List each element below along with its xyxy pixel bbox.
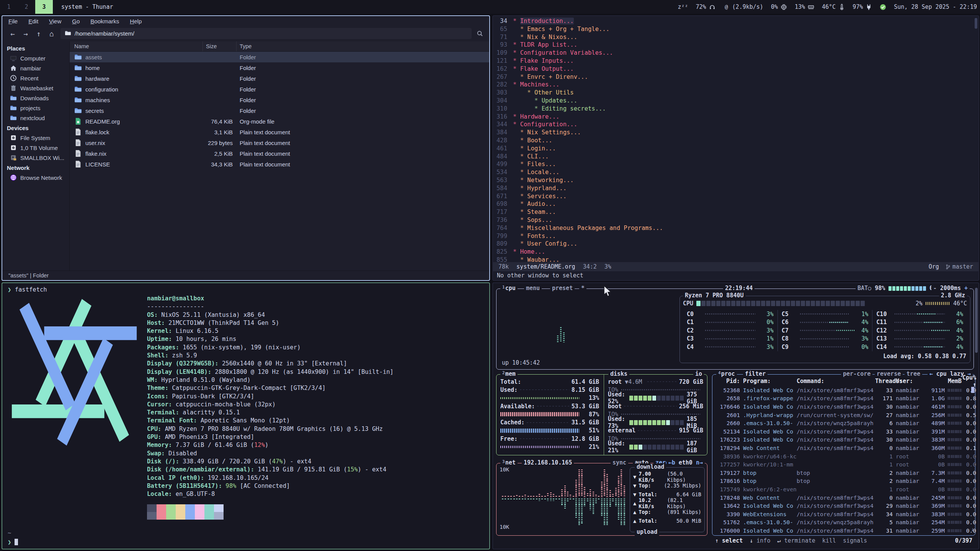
sidebar-item-recent[interactable]: Recent bbox=[2, 73, 69, 83]
home-button[interactable]: ⌂ bbox=[45, 29, 58, 38]
net-box-title[interactable]: 3net bbox=[500, 459, 518, 466]
workspace-3[interactable]: 3 bbox=[35, 0, 53, 14]
org-heading-line[interactable]: 109* Configuration Variables... bbox=[493, 49, 978, 57]
footer-key-info[interactable]: ↓ info bbox=[750, 537, 770, 544]
footer-key-select[interactable]: ↑ select bbox=[715, 537, 743, 544]
org-heading-line[interactable]: 303 * Other Utils bbox=[493, 89, 978, 97]
menu-view[interactable]: View bbox=[49, 18, 61, 24]
cpu-usage[interactable]: 0% bbox=[771, 3, 787, 10]
file-row[interactable]: flake.nix2,5 KiBPlain text document bbox=[70, 148, 489, 159]
file-row[interactable]: configurationFolder bbox=[70, 84, 489, 95]
proc-header-5[interactable]: MemB bbox=[923, 378, 962, 385]
update-interval-control[interactable]: - 2000ms + bbox=[931, 285, 970, 292]
sidebar-item-projects[interactable]: projects bbox=[2, 103, 69, 113]
org-heading-line[interactable]: 855 * Waubar... bbox=[493, 256, 978, 262]
org-heading-line[interactable]: 121* Flake Inputs... bbox=[493, 57, 978, 65]
org-heading-line[interactable]: 809 * User Config... bbox=[493, 240, 978, 248]
process-row[interactable]: 52134Isolated Web Co/nix/store/sm8fmrf3w… bbox=[715, 427, 971, 436]
process-row[interactable]: 51762.emacs-31.0.50-/nix/store/wnqz5pa8r… bbox=[715, 518, 971, 527]
temperature[interactable]: 46°C bbox=[822, 3, 845, 10]
org-heading-line[interactable]: 71 * Nix & Nixos... bbox=[493, 33, 978, 41]
process-row[interactable]: 176646Isolated Web Co/nix/store/sm8fmrf3… bbox=[715, 403, 971, 411]
search-button[interactable] bbox=[474, 30, 485, 37]
proc-header-1[interactable]: Program: bbox=[743, 378, 797, 385]
sidebar-item-file-system[interactable]: File System bbox=[2, 133, 69, 143]
column-header-type[interactable]: Type bbox=[237, 41, 489, 51]
menu-help[interactable]: Help bbox=[130, 18, 142, 24]
battery[interactable]: 97% bbox=[853, 3, 872, 10]
file-row[interactable]: LICENSE34,3 KiBPlain text document bbox=[70, 159, 489, 170]
org-heading-line[interactable]: 764 * Miscellaneous Packages and Program… bbox=[493, 224, 978, 232]
sidebar-item-browse-network[interactable]: Browse Network bbox=[2, 173, 69, 183]
sidebar-item-smallbox-wi-[interactable]: SMALLBOX Wi... bbox=[2, 153, 69, 163]
column-header-name[interactable]: Name bbox=[70, 41, 203, 51]
org-heading-line[interactable]: 384 * Nix Settings... bbox=[493, 129, 978, 137]
org-heading-line[interactable]: 344* Configuration... bbox=[493, 121, 978, 129]
menu-button[interactable]: menu bbox=[524, 285, 542, 292]
org-heading-line[interactable]: 563 * Networking... bbox=[493, 176, 978, 184]
org-heading-line[interactable]: 736 * Sops... bbox=[493, 216, 978, 224]
status-ok[interactable] bbox=[880, 4, 886, 10]
org-heading-line[interactable]: 267 * Envrc + Direnv... bbox=[493, 73, 978, 81]
process-row[interactable]: 175749kworker/6:2-even1root0B0.0 bbox=[715, 485, 971, 494]
forward-button[interactable]: → bbox=[19, 29, 32, 38]
process-row[interactable]: 38936kworker/u64:6-kc1root0B0.0 bbox=[715, 452, 971, 461]
menu-bookmarks[interactable]: Bookmarks bbox=[90, 18, 119, 24]
menu-go[interactable]: Go bbox=[72, 18, 80, 24]
file-row[interactable]: homeFolder bbox=[70, 62, 489, 73]
process-row[interactable]: 178616btopbtop2nambiar7.4M0.0 bbox=[715, 477, 971, 486]
proc-header-0[interactable]: Pid: bbox=[715, 378, 740, 385]
workspace-1[interactable]: 1 bbox=[0, 0, 18, 14]
process-row[interactable]: 177257kworker/10:1-mm_1root0B0.0 bbox=[715, 460, 971, 469]
org-heading-line[interactable]: 671 * Services... bbox=[493, 192, 978, 201]
proc-header-4[interactable]: User: bbox=[893, 378, 923, 385]
process-table-headers[interactable]: Pid:Program:Command:Threads:User:MemBCpu… bbox=[715, 377, 971, 385]
file-row[interactable]: flake.lock3,1 KiBPlain text document bbox=[70, 127, 489, 137]
org-heading-line[interactable]: 825* Home... bbox=[493, 248, 978, 256]
idle-inhibitor[interactable]: zᶻᶻ bbox=[678, 3, 688, 10]
up-button[interactable]: ↑ bbox=[32, 29, 45, 38]
org-heading-line[interactable]: 34* Introduction... bbox=[493, 17, 978, 25]
shell-prompt[interactable]: ❯ bbox=[8, 539, 18, 546]
process-row[interactable]: 13642Isolated Web Co/nix/store/sm8fmrf3w… bbox=[715, 502, 971, 510]
process-row[interactable]: 179127btopbtop2nambiar7.3M0.0 bbox=[715, 469, 971, 477]
sidebar-item-1-0-tb-volume[interactable]: 1,0 TB Volume bbox=[2, 143, 69, 153]
column-header-size[interactable]: Size bbox=[203, 41, 237, 51]
workspace-2[interactable]: 2 bbox=[18, 0, 35, 14]
org-heading-line[interactable]: 162* Flake Output... bbox=[493, 65, 978, 73]
footer-key-terminate[interactable]: ↵ terminate bbox=[777, 537, 815, 544]
file-row[interactable]: user.nix229 bytesPlain text document bbox=[70, 137, 489, 148]
org-heading-line[interactable]: 428 * Boot... bbox=[493, 137, 978, 145]
menu-edit[interactable]: Edit bbox=[28, 18, 38, 24]
net-interface-switcher[interactable]: ←b eth0 n→ bbox=[666, 459, 705, 466]
file-row[interactable]: secretsFolder bbox=[70, 105, 489, 116]
org-heading-line[interactable]: 93* TLDR App List... bbox=[493, 41, 978, 49]
org-heading-line[interactable]: 717 * Steam... bbox=[493, 208, 978, 216]
file-row[interactable]: machinesFolder bbox=[70, 95, 489, 105]
file-row[interactable]: hardwareFolder bbox=[70, 73, 489, 84]
scrollbar-thumb[interactable] bbox=[975, 18, 977, 29]
process-row[interactable]: 2658.firefox-wrappe/nix/store/sm8fmrf3wp… bbox=[715, 395, 971, 403]
org-heading-line[interactable]: 534 * Locale... bbox=[493, 168, 978, 176]
footer-key-signals[interactable]: signals bbox=[843, 537, 867, 544]
org-heading-line[interactable]: 461 * Login... bbox=[493, 145, 978, 153]
file-row[interactable]: README.org76,4 KiBOrg-mode file bbox=[70, 116, 489, 127]
sidebar-item-computer[interactable]: Computer bbox=[2, 53, 69, 63]
process-row[interactable]: 178294Web Content/nix/store/sm8fmrf3wps4… bbox=[715, 444, 971, 452]
terminal-scrollbar[interactable] bbox=[975, 288, 978, 353]
preset-button[interactable]: preset bbox=[550, 285, 575, 292]
org-outline[interactable]: 34* Introduction...65 * Emacs + Org + Ta… bbox=[493, 16, 978, 262]
proc-header-2[interactable]: Command: bbox=[797, 378, 875, 385]
process-row[interactable]: 3390WebExtensions/nix/store/sm8fmrf3wps4… bbox=[715, 510, 971, 518]
org-heading-line[interactable]: 484 * CLI... bbox=[493, 153, 978, 161]
proc-scrollbar-thumb[interactable] bbox=[971, 387, 974, 393]
sidebar-item-wastebasket[interactable]: Wastebasket bbox=[2, 83, 69, 93]
org-heading-line[interactable]: 316* Hardware... bbox=[493, 113, 978, 121]
org-heading-line[interactable]: 799 * Fonts... bbox=[493, 232, 978, 240]
network-speed[interactable]: @(2.9kb/s) bbox=[723, 3, 763, 10]
process-row[interactable]: 2660.emacs-31.0.50-/nix/store/wnqz5pa8ra… bbox=[715, 419, 971, 427]
org-heading-line[interactable]: 65 * Emacs + Org + Tangle... bbox=[493, 25, 978, 33]
menu-file[interactable]: File bbox=[8, 18, 18, 24]
sidebar-item-downloads[interactable]: Downloads bbox=[2, 93, 69, 103]
process-row[interactable]: 176223Isolated Web Co/nix/store/sm8fmrf3… bbox=[715, 436, 971, 444]
